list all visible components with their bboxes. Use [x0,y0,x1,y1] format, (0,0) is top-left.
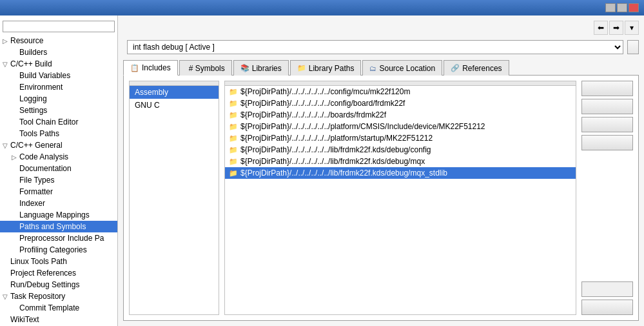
sidebar-item-toolchain-editor[interactable]: Tool Chain Editor [0,116,117,128]
sidebar-item-label: Language Mappings [19,210,90,219]
dir-path: ${ProjDirPath}/../../../../../../boards/… [240,110,386,119]
sidebar-item-cpp-build[interactable]: ▽C/C++ Build [0,58,117,70]
sidebar-item-label: Indexer [19,199,45,208]
tab-symbols[interactable]: # Symbols [179,60,232,76]
sidebar-tree: ▷ResourceBuilders▽C/C++ BuildBuild Varia… [0,35,117,325]
sidebar-item-paths-and-symbols[interactable]: Paths and Symbols [0,221,117,232]
dir-item-dir4[interactable]: 📁${ProjDirPath}/../../../../../../platfo… [225,121,576,132]
tab-label-includes: Includes [142,63,171,72]
sidebar-item-indexer[interactable]: Indexer [0,198,117,209]
dir-item-dir3[interactable]: 📁${ProjDirPath}/../../../../../../boards… [225,109,576,121]
add-button[interactable] [581,81,633,96]
forward-icon[interactable]: ➡ [609,21,623,35]
sidebar-item-cpp-general[interactable]: ▽C/C++ General [0,139,117,151]
toggle-icon: ▽ [3,142,10,149]
dir-item-dir2[interactable]: 📁${ProjDirPath}/../../../../../../config… [225,97,576,109]
directories-panel: 📁${ProjDirPath}/../../../../../../config… [224,81,576,315]
tab-icon-libraries: 📚 [240,64,249,72]
manage-configurations-button[interactable] [627,40,639,54]
toggle-icon: ▽ [3,293,10,300]
sidebar-item-profiling-categories[interactable]: Profiling Categories [0,244,117,256]
tab-library-paths[interactable]: 📁Library Paths [290,60,362,76]
dir-icon: 📁 [229,134,238,143]
sidebar-item-label: Tool Chain Editor [19,117,78,127]
dir-icon: 📁 [229,146,238,154]
sidebar-item-label: Project References [10,269,76,278]
dir-path: ${ProjDirPath}/../../../../../../config/… [240,99,405,108]
toggle-icon: ▷ [3,37,10,45]
sidebar-item-tools-paths[interactable]: Tools Paths [0,128,117,139]
tab-icon-references: 🔗 [451,64,460,72]
sidebar-item-label: C/C++ General [10,141,63,150]
sidebar-item-label: Builders [19,48,47,57]
sidebar-item-build-variables[interactable]: Build Variables [0,70,117,81]
sidebar-item-resource[interactable]: ▷Resource [0,35,117,46]
dirs-list: 📁${ProjDirPath}/../../../../../../config… [225,86,576,314]
sidebar-item-task-repository[interactable]: ▽Task Repository [0,290,117,302]
tab-references[interactable]: 🔗References [444,60,509,76]
move-up-button[interactable] [581,281,633,297]
dropdown-icon[interactable]: ▾ [625,21,639,35]
sidebar-item-label: Logging [19,94,47,103]
maximize-button[interactable] [617,3,627,12]
tabs-row: 📋Includes# Symbols📚Libraries📁Library Pat… [123,59,639,76]
sidebar-item-label: Code Analysis [19,152,68,161]
minimize-button[interactable] [605,3,616,12]
config-select[interactable]: int flash debug [ Active ] [127,40,623,54]
sidebar-item-environment[interactable]: Environment [0,81,117,93]
tab-label-libraries: Libraries [252,64,282,73]
sidebar: ▷ResourceBuilders▽C/C++ BuildBuild Varia… [0,15,118,326]
sidebar-item-language-mappings[interactable]: Language Mappings [0,209,117,221]
sidebar-item-wikitext[interactable]: WikiText [0,314,117,325]
dir-icon: 📁 [229,111,238,119]
language-item-gnu-c[interactable]: GNU C [130,99,219,112]
sidebar-item-file-types[interactable]: File Types [0,174,117,186]
sidebar-item-linux-tools-path[interactable]: Linux Tools Path [0,256,117,267]
window-controls [605,3,639,12]
language-item-assembly[interactable]: Assembly [130,86,219,99]
dir-item-dir5[interactable]: 📁${ProjDirPath}/../../../../../../platfo… [225,132,576,144]
tab-source-location[interactable]: 🗂Source Location [362,60,442,76]
tab-icon-source-location: 🗂 [369,65,376,72]
languages-header [130,81,219,86]
sidebar-item-builders[interactable]: Builders [0,46,117,58]
sidebar-item-formatter[interactable]: Formatter [0,186,117,198]
sidebar-item-label: Formatter [19,187,53,196]
sidebar-item-code-analysis[interactable]: ▷Code Analysis [0,151,117,163]
close-button[interactable] [629,3,639,12]
dir-item-dir6[interactable]: 📁${ProjDirPath}/../../../../../../lib/fr… [225,144,576,156]
dir-path: ${ProjDirPath}/../../../../../../lib/frd… [240,145,431,154]
back-icon[interactable]: ⬅ [594,21,608,35]
search-input[interactable] [3,21,115,32]
sidebar-item-run-debug-settings[interactable]: Run/Debug Settings [0,279,117,290]
content-header: ⬅ ➡ ▾ [123,21,639,35]
dir-item-dir1[interactable]: 📁${ProjDirPath}/../../../../../../config… [225,86,576,97]
sidebar-item-label: Settings [19,106,47,115]
sidebar-item-label: Commit Template [19,303,79,312]
dir-path: ${ProjDirPath}/../../../../../../platfor… [240,122,485,131]
tab-includes[interactable]: 📋Includes [123,60,178,76]
tab-label-symbols: # Symbols [189,64,225,73]
sidebar-item-label: WikiText [10,315,39,324]
tab-libraries[interactable]: 📚Libraries [233,60,289,76]
sidebar-item-settings[interactable]: Settings [0,105,117,116]
sidebar-item-preprocessor-include[interactable]: Preprocessor Include Pa [0,232,117,244]
sidebar-item-label: Profiling Categories [19,245,87,254]
dir-path: ${ProjDirPath}/../../../../../../lib/frd… [240,157,425,166]
dir-item-dir8[interactable]: 📁${ProjDirPath}/../../../../../../lib/fr… [225,167,576,179]
dirs-header [225,81,576,86]
sidebar-item-documentation[interactable]: Documentation [0,163,117,174]
dir-path: ${ProjDirPath}/../../../../../../lib/frd… [240,168,447,178]
move-down-button[interactable] [581,300,633,315]
sidebar-item-label: Task Repository [10,292,65,301]
delete-button[interactable] [581,117,633,132]
sidebar-item-commit-template[interactable]: Commit Template [0,302,117,314]
dir-item-dir7[interactable]: 📁${ProjDirPath}/../../../../../../lib/fr… [225,156,576,167]
export-button[interactable] [581,135,633,150]
sidebar-item-label: File Types [19,176,54,185]
dir-icon: 📁 [229,88,238,96]
dir-icon: 📁 [229,99,238,108]
sidebar-item-logging[interactable]: Logging [0,93,117,105]
sidebar-item-project-references[interactable]: Project References [0,267,117,279]
edit-button[interactable] [581,99,633,114]
